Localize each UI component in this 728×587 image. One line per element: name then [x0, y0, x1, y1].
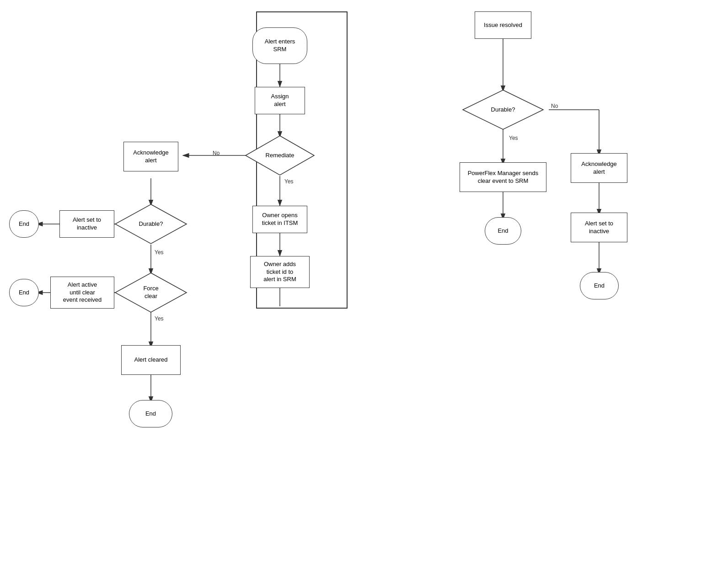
yes-durable-right-label: Yes [509, 135, 518, 141]
no-durable-right-label: No [551, 103, 558, 109]
svg-marker-25 [463, 90, 543, 129]
alert-cleared: Alert cleared [121, 345, 181, 375]
alert-enters-srm: Alert entersSRM [252, 27, 307, 64]
flowchart: Alert entersSRM Assignalert Remediate No… [0, 0, 728, 587]
end-right-bottom: End [580, 272, 619, 299]
yes-remediate-label: Yes [284, 178, 294, 185]
owner-opens-ticket: Owner opensticket in ITSM [252, 206, 307, 233]
yes-durable-left-label: Yes [155, 249, 164, 256]
alert-active-until: Alert activeuntil clearevent received [50, 277, 114, 309]
end-right-middle: End [485, 217, 521, 245]
svg-marker-24 [115, 273, 187, 312]
acknowledge-alert-left: Acknowledgealert [123, 142, 178, 171]
acknowledge-alert-right: Acknowledgealert [571, 153, 627, 183]
alert-set-inactive-left: Alert set toinactive [59, 210, 114, 238]
svg-marker-23 [115, 204, 187, 244]
alert-set-inactive-right: Alert set toinactive [571, 213, 627, 242]
svg-marker-22 [246, 136, 314, 175]
remediate-diamond: Remediate [245, 135, 315, 176]
durable-right-diamond: Durable? [462, 89, 544, 130]
yes-force-clear-label: Yes [155, 315, 164, 322]
end-left-top: End [9, 210, 39, 238]
end-left-bottom: End [9, 279, 39, 306]
owner-adds-ticket: Owner addsticket id toalert in SRM [250, 256, 310, 288]
end-bottom: End [129, 400, 172, 427]
force-clear-diamond: Forceclear [114, 272, 187, 313]
no-remediate-label: No [213, 150, 219, 156]
durable-left-diamond: Durable? [114, 203, 187, 245]
issue-resolved: Issue resolved [475, 11, 531, 39]
powerflex-manager: PowerFlex Manager sendsclear event to SR… [460, 162, 546, 192]
assign-alert: Assignalert [255, 87, 305, 114]
